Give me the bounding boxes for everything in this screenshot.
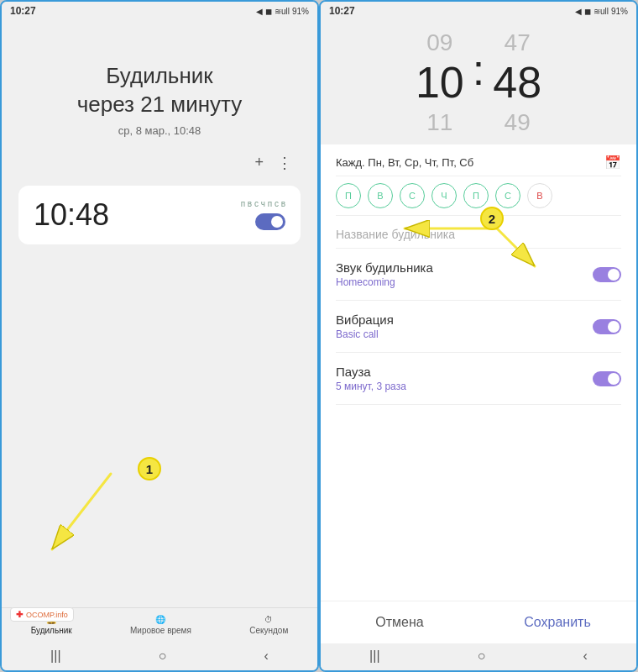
right-status-time: 10:27 xyxy=(329,5,355,17)
day-circle-mon[interactable]: П xyxy=(336,183,361,208)
right-status-bar: 10:27 ◀ ◼ ≋ull 91% xyxy=(321,2,636,20)
day-circle-fri[interactable]: П xyxy=(463,183,489,208)
minute-col[interactable]: 47 48 49 xyxy=(493,29,541,136)
day-circle-sat[interactable]: С xyxy=(495,183,520,208)
schedule-row[interactable]: Кажд. Пн, Вт, Ср, Чт, Пт, Сб 📅 xyxy=(336,144,621,176)
left-main-content: Будильник через 21 минуту ср, 8 мар., 10… xyxy=(2,20,317,607)
toolbar-row: + ⋮ xyxy=(254,154,292,172)
pause-row[interactable]: Пауза 5 минут, 3 раза xyxy=(336,353,621,405)
left-system-nav: ||| ○ ‹ xyxy=(2,643,317,670)
alarm-list-item[interactable]: 10:48 п в с ч п с в xyxy=(18,186,301,244)
hour-current: 10 xyxy=(416,59,464,107)
left-status-bar: 10:27 ◀ ◼ ≋ull 91% xyxy=(2,2,317,20)
hour-col[interactable]: 09 10 11 xyxy=(416,29,464,136)
vibration-row[interactable]: Вибрация Basic call xyxy=(336,301,621,353)
alarm-main-title: Будильник через 21 минуту xyxy=(77,62,243,119)
day-circle-wed[interactable]: С xyxy=(400,183,425,208)
time-colon: : xyxy=(473,48,484,92)
vibration-toggle[interactable] xyxy=(593,319,621,334)
nav-stopwatch[interactable]: ⏱ Секундом xyxy=(249,615,288,635)
hour-above: 09 xyxy=(426,29,452,57)
calendar-icon[interactable]: 📅 xyxy=(604,155,621,171)
system-back-btn[interactable]: ‹ xyxy=(264,648,269,664)
settings-section: Кажд. Пн, Вт, Ср, Чт, Пт, Сб 📅 П В С Ч П… xyxy=(321,144,636,601)
alarm-time-display: 10:48 xyxy=(34,197,109,233)
alarm-name-placeholder: Название будильника xyxy=(336,228,621,241)
cancel-button[interactable]: Отмена xyxy=(321,601,478,643)
pause-value: 5 минут, 3 раза xyxy=(336,381,593,392)
alarm-name-row[interactable]: Название будильника xyxy=(336,216,621,249)
hour-below: 11 xyxy=(426,108,452,137)
add-alarm-button[interactable]: + xyxy=(254,154,264,172)
day-circle-thu[interactable]: Ч xyxy=(431,183,457,208)
day-circle-sun[interactable]: В xyxy=(527,183,552,208)
time-picker-row: 09 10 11 : 47 48 49 xyxy=(416,29,541,136)
alarm-item-right: п в с ч п с в xyxy=(241,199,285,230)
system-home-btn[interactable]: ○ xyxy=(159,648,167,664)
pause-toggle[interactable] xyxy=(593,371,621,386)
sound-toggle[interactable] xyxy=(593,267,621,282)
right-system-menu-btn[interactable]: ||| xyxy=(369,648,379,664)
vibration-value: Basic call xyxy=(336,328,593,340)
pause-label: Пауза xyxy=(336,365,593,379)
system-menu-btn[interactable]: ||| xyxy=(50,648,60,664)
left-phone-panel: 10:27 ◀ ◼ ≋ull 91% Будильник через 21 ми… xyxy=(0,0,319,672)
ocomp-badge: ✚ OCOMP.info xyxy=(10,607,74,622)
sound-value: Homecoming xyxy=(336,276,593,288)
schedule-label: Кажд. Пн, Вт, Ср, Чт, Пт, Сб xyxy=(336,156,473,169)
right-system-nav: ||| ○ ‹ xyxy=(321,643,636,670)
right-phone-panel: 10:27 ◀ ◼ ≋ull 91% 09 10 11 : 47 48 49 К… xyxy=(319,0,638,672)
right-system-back-btn[interactable]: ‹ xyxy=(583,648,588,664)
sound-row[interactable]: Звук будильника Homecoming xyxy=(336,249,621,301)
sound-label: Звук будильника xyxy=(336,260,593,275)
minute-above: 47 xyxy=(505,29,531,57)
confirm-button[interactable]: Сохранить xyxy=(478,601,636,643)
alarm-date: ср, 8 мар., 10:48 xyxy=(118,124,201,137)
minute-below: 49 xyxy=(505,108,531,137)
left-status-icons: ◀ ◼ ≋ull 91% xyxy=(256,7,309,16)
left-status-time: 10:27 xyxy=(10,5,36,17)
minute-current: 48 xyxy=(493,59,541,107)
time-picker[interactable]: 09 10 11 : 47 48 49 xyxy=(321,20,636,144)
day-circle-tue[interactable]: В xyxy=(368,183,393,208)
more-options-button[interactable]: ⋮ xyxy=(277,154,292,172)
bottom-actions: Отмена Сохранить xyxy=(321,601,636,643)
alarm-toggle[interactable] xyxy=(255,213,285,230)
right-system-home-btn[interactable]: ○ xyxy=(478,648,486,664)
day-circles-row: П В С Ч П С В xyxy=(336,176,621,216)
alarm-days-row: п в с ч п с в xyxy=(241,199,285,208)
vibration-label: Вибрация xyxy=(336,312,593,327)
right-status-icons: ◀ ◼ ≋ull 91% xyxy=(575,7,628,16)
nav-world-time[interactable]: 🌐 Мировое время xyxy=(130,615,191,635)
